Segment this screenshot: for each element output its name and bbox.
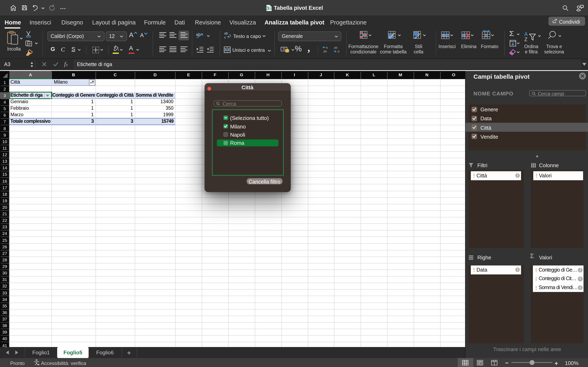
svg-text:A: A [524, 31, 528, 37]
svg-text:X: X [267, 7, 268, 9]
svg-text:,0: ,0 [337, 50, 339, 53]
svg-text:,00: ,00 [323, 50, 327, 53]
svg-text:,00: ,00 [333, 46, 337, 49]
svg-text:ab: ab [224, 32, 228, 35]
svg-text:c: c [224, 36, 226, 39]
svg-text:Z: Z [524, 36, 527, 41]
svg-text:0: 0 [326, 46, 328, 49]
